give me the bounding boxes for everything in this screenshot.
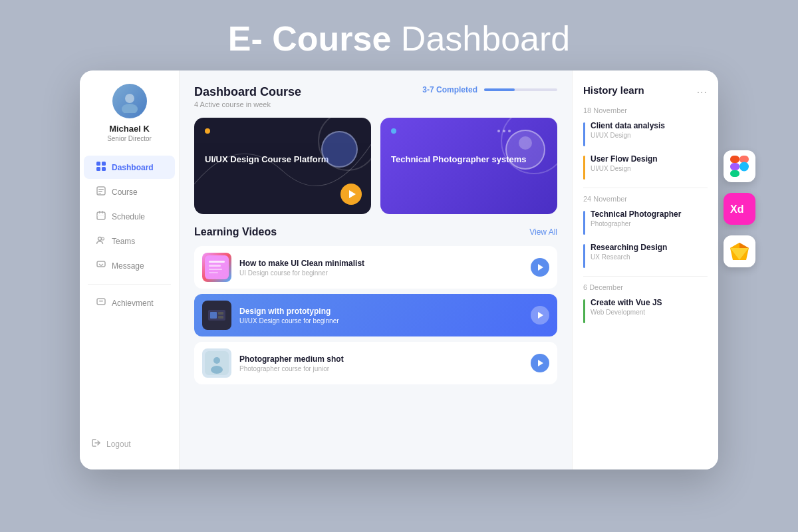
page-header: E- Course Dashboard bbox=[0, 0, 798, 70]
dashboard-icon bbox=[96, 162, 106, 173]
svg-rect-21 bbox=[209, 265, 221, 267]
play-icon-2 bbox=[538, 312, 543, 319]
schedule-icon bbox=[96, 211, 106, 222]
avatar bbox=[112, 84, 147, 118]
sidebar-item-teams[interactable]: Teams bbox=[84, 229, 175, 253]
svg-point-31 bbox=[211, 366, 223, 374]
svg-rect-19 bbox=[205, 255, 229, 279]
course-title: Dashboard Course bbox=[194, 85, 301, 99]
sidebar-item-schedule-label: Schedule bbox=[112, 212, 145, 221]
sidebar-item-teams-label: Teams bbox=[112, 237, 135, 246]
svg-rect-8 bbox=[98, 191, 102, 192]
play-icon-3 bbox=[538, 360, 543, 366]
video-item-3[interactable]: Photographer medium shot Photographer co… bbox=[194, 342, 557, 384]
video-info-1: How to make UI Clean minimalist UI Desig… bbox=[239, 259, 523, 277]
svg-rect-13 bbox=[97, 215, 105, 215]
video-subtitle-1: UI Design course for beginner bbox=[239, 269, 523, 277]
sidebar-item-dashboard[interactable]: Dashboard bbox=[84, 156, 175, 179]
course-card-technical[interactable]: Technical Photographer systems bbox=[380, 118, 557, 214]
sidebar-item-schedule[interactable]: Schedule bbox=[84, 205, 175, 228]
history-header: History learn ... bbox=[583, 84, 708, 96]
play-icon-1 bbox=[538, 264, 543, 271]
card-dot-blue bbox=[391, 128, 396, 134]
sidebar-item-achievement-label: Achievment bbox=[112, 299, 154, 308]
app-icons: Xd bbox=[724, 150, 755, 267]
history-item-5: Create with Vue JS Web Development bbox=[583, 298, 708, 323]
video-subtitle-2: UI/UX Design course for beginner bbox=[239, 317, 523, 325]
history-title: History learn bbox=[583, 84, 644, 96]
video-play-1[interactable] bbox=[531, 258, 549, 277]
history-date-dec6: 6 December bbox=[583, 283, 708, 291]
sidebar-item-course[interactable]: Course bbox=[84, 180, 175, 203]
video-thumb-2 bbox=[202, 301, 231, 330]
svg-rect-12 bbox=[102, 211, 104, 213]
svg-rect-10 bbox=[97, 212, 105, 219]
history-divider-2 bbox=[583, 276, 708, 277]
svg-rect-35 bbox=[730, 170, 739, 177]
figma-icon-button[interactable] bbox=[724, 150, 755, 182]
videos-section-header: Learning Videos View All bbox=[194, 226, 557, 238]
card-circle-dot bbox=[519, 136, 532, 150]
history-bar-1 bbox=[583, 122, 585, 146]
history-item-sub-4: UX Research bbox=[591, 253, 667, 261]
svg-rect-20 bbox=[209, 261, 225, 263]
header-title-light: Dashboard bbox=[391, 19, 570, 58]
card-circle-inner bbox=[505, 130, 545, 170]
progress-label: 3-7 Completed bbox=[422, 85, 477, 94]
history-divider-1 bbox=[583, 188, 708, 188]
progress-bar-fill bbox=[484, 88, 515, 91]
sidebar-item-course-label: Course bbox=[112, 188, 138, 197]
history-item-3: Technical Photographer Photographer bbox=[583, 209, 708, 235]
history-item-sub-3: Photographer bbox=[591, 220, 681, 227]
main-content: Dashboard Course 4 Active course in week… bbox=[180, 70, 572, 469]
video-play-2[interactable] bbox=[531, 306, 549, 325]
svg-rect-33 bbox=[739, 156, 749, 163]
video-info-2: Design with prototyping UI/UX Design cou… bbox=[239, 307, 523, 325]
xd-icon-button[interactable]: Xd bbox=[724, 193, 755, 225]
progress-section: 3-7 Completed bbox=[422, 85, 557, 94]
history-item-2: User Flow Design UI/UX Design bbox=[583, 154, 708, 180]
video-item-2[interactable]: Design with prototyping UI/UX Design cou… bbox=[194, 294, 557, 336]
history-item-title-1: Client data analysis bbox=[591, 121, 665, 130]
sidebar: Michael K Senior Director Dashboard bbox=[80, 70, 180, 469]
user-role: Senior Director bbox=[107, 135, 152, 142]
course-card-uiux[interactable]: UI/UX Design Course Platform bbox=[194, 118, 371, 214]
logout-button[interactable]: Logout bbox=[80, 432, 179, 456]
history-bar-4 bbox=[583, 244, 585, 268]
video-item-1[interactable]: How to make UI Clean minimalist UI Desig… bbox=[194, 246, 557, 289]
card-dots-row bbox=[497, 130, 511, 132]
sidebar-item-message[interactable]: Message bbox=[84, 254, 175, 277]
logout-icon bbox=[92, 438, 101, 450]
achievement-icon bbox=[96, 297, 106, 309]
header-title-bold: E- Course bbox=[228, 19, 392, 58]
play-button-uiux[interactable] bbox=[340, 184, 362, 205]
svg-rect-18 bbox=[99, 301, 103, 302]
video-thumb-1 bbox=[202, 253, 231, 282]
svg-rect-5 bbox=[102, 167, 106, 171]
history-bar-2 bbox=[583, 156, 585, 180]
svg-rect-27 bbox=[218, 312, 223, 315]
message-icon bbox=[96, 260, 106, 271]
svg-rect-26 bbox=[210, 312, 217, 319]
history-item-sub-2: UI/UX Design bbox=[591, 165, 658, 172]
logout-label: Logout bbox=[106, 440, 131, 449]
video-title-2: Design with prototyping bbox=[239, 307, 523, 316]
history-item-title-3: Technical Photographer bbox=[591, 209, 681, 219]
sketch-icon-button[interactable] bbox=[724, 235, 755, 267]
history-date-nov24: 24 November bbox=[583, 195, 708, 203]
video-list: How to make UI Clean minimalist UI Desig… bbox=[194, 246, 557, 384]
svg-rect-23 bbox=[209, 272, 218, 273]
sidebar-item-dashboard-label: Dashboard bbox=[112, 163, 154, 172]
history-item-title-5: Create with Vue JS bbox=[591, 298, 662, 307]
svg-rect-9 bbox=[98, 193, 101, 194]
user-name: Michael K bbox=[109, 124, 150, 134]
nav-items: Dashboard Course bbox=[80, 156, 179, 315]
sidebar-item-achievement[interactable]: Achievment bbox=[84, 291, 175, 315]
view-all-button[interactable]: View All bbox=[529, 227, 557, 237]
video-play-3[interactable] bbox=[531, 354, 549, 372]
svg-rect-11 bbox=[99, 211, 100, 213]
svg-text:Xd: Xd bbox=[730, 203, 743, 215]
more-menu-button[interactable]: ... bbox=[697, 84, 708, 96]
video-thumb-3 bbox=[202, 348, 231, 378]
sidebar-item-message-label: Message bbox=[112, 261, 144, 271]
